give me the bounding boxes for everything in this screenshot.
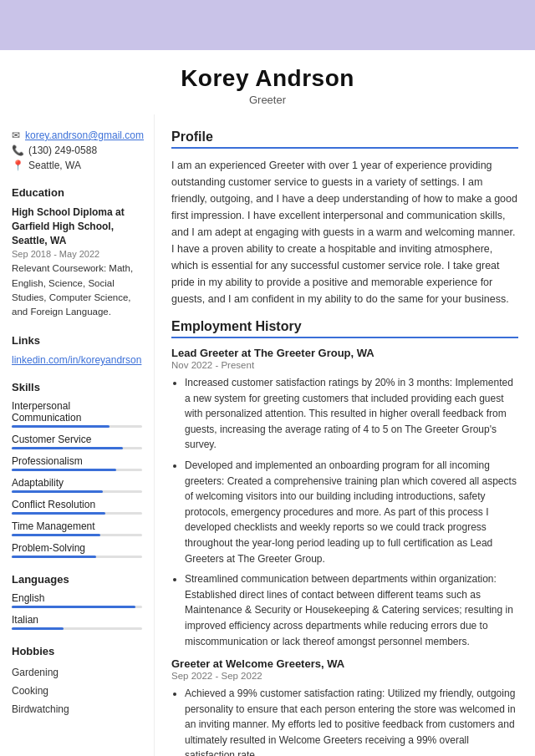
skills-list: Interpersonal Communication Customer Ser… [12, 400, 142, 558]
languages-section: Languages English Italian [12, 573, 142, 630]
hobby-item: Gardening [12, 664, 142, 682]
skill-item: Interpersonal Communication [12, 400, 142, 428]
education-section: Education High School Diploma at Garfiel… [12, 186, 142, 319]
education-heading: Education [12, 186, 142, 199]
education-date: Sep 2018 - May 2022 [12, 249, 142, 259]
skill-bar-bg [12, 425, 142, 428]
skill-bar-bg [12, 469, 142, 471]
hobbies-section: Hobbies GardeningCookingBirdwatching [12, 645, 142, 718]
job-title: Lead Greeter at The Greeter Group, WA [171, 347, 518, 359]
job-bullets: Achieved a 99% customer satisfaction rat… [171, 686, 518, 756]
email-link[interactable]: korey.andrson@gmail.com [25, 129, 144, 141]
job-bullet: Achieved a 99% customer satisfaction rat… [185, 686, 518, 756]
job-bullet: Streamlined communication between depart… [185, 571, 518, 649]
jobs-list: Lead Greeter at The Greeter Group, WA No… [171, 347, 518, 756]
skills-heading: Skills [12, 381, 142, 393]
job-bullet: Developed and implemented an onboarding … [185, 458, 518, 566]
skill-item: Professionalism [12, 455, 142, 471]
candidate-subtitle: Greeter [0, 94, 535, 106]
job-entry: Lead Greeter at The Greeter Group, WA No… [171, 347, 518, 649]
skill-bar-bg [12, 534, 142, 536]
contact-section: ✉ korey.andrson@gmail.com 📞 (130) 249-05… [12, 129, 142, 171]
language-bar-fill [12, 627, 64, 630]
skill-label: Professionalism [12, 455, 142, 467]
job-date: Nov 2022 - Present [171, 360, 518, 370]
skill-bar-fill [12, 534, 100, 536]
location-text: Seattle, WA [28, 160, 81, 171]
language-bar-bg [12, 627, 142, 630]
links-heading: Links [12, 334, 142, 347]
languages-heading: Languages [12, 573, 142, 586]
job-title: Greeter at Welcome Greeters, WA [171, 657, 518, 670]
hobby-item: Cooking [12, 682, 142, 701]
job-date: Sep 2022 - Sep 2022 [171, 671, 518, 681]
skill-bar-fill [12, 447, 123, 449]
header-name-area: Korey Andrson Greeter [0, 50, 535, 114]
header-background [0, 0, 535, 50]
contact-phone: 📞 (130) 249-0588 [12, 145, 142, 156]
candidate-name: Korey Andrson [0, 65, 535, 92]
links-section: Links linkedin.com/in/koreyandrson [12, 334, 142, 366]
skill-item: Adaptability [12, 477, 142, 493]
hobby-item: Birdwatching [12, 701, 142, 719]
skill-bar-bg [12, 556, 142, 558]
employment-heading: Employment History [171, 319, 518, 338]
education-degree: High School Diploma at Garfield High Sch… [12, 205, 142, 247]
profile-text: I am an experienced Greeter with over 1 … [171, 157, 518, 307]
skill-bar-bg [12, 512, 142, 515]
skill-label: Interpersonal Communication [12, 400, 142, 424]
job-entry: Greeter at Welcome Greeters, WA Sep 2022… [171, 657, 518, 756]
job-bullets: Increased customer satisfaction ratings … [171, 375, 518, 649]
job-bullet: Increased customer satisfaction ratings … [185, 375, 518, 453]
skill-bar-bg [12, 490, 142, 493]
content-area: Profile I am an experienced Greeter with… [155, 114, 535, 756]
skill-label: Conflict Resolution [12, 499, 142, 510]
languages-list: English Italian [12, 592, 142, 630]
language-item: English [12, 592, 142, 608]
language-bar-bg [12, 606, 142, 608]
language-label: Italian [12, 614, 142, 626]
main-layout: ✉ korey.andrson@gmail.com 📞 (130) 249-05… [0, 114, 535, 756]
sidebar: ✉ korey.andrson@gmail.com 📞 (130) 249-05… [0, 114, 155, 756]
skill-item: Customer Service [12, 434, 142, 449]
skill-bar-fill [12, 425, 110, 428]
skill-bar-fill [12, 556, 96, 558]
contact-email: ✉ korey.andrson@gmail.com [12, 129, 142, 141]
profile-heading: Profile [171, 129, 518, 149]
skill-bar-fill [12, 469, 116, 471]
skill-bar-bg [12, 447, 142, 449]
phone-number: (130) 249-0588 [28, 145, 97, 156]
linkedin-link[interactable]: linkedin.com/in/koreyandrson [12, 354, 141, 366]
language-bar-fill [12, 606, 135, 608]
language-item: Italian [12, 614, 142, 630]
skill-label: Time Management [12, 520, 142, 532]
location-icon: 📍 [12, 160, 23, 171]
skill-bar-fill [12, 490, 103, 493]
contact-location: 📍 Seattle, WA [12, 160, 142, 171]
skill-label: Problem-Solving [12, 542, 142, 554]
hobbies-heading: Hobbies [12, 645, 142, 657]
skill-item: Time Management [12, 520, 142, 536]
skill-bar-fill [12, 512, 105, 515]
education-coursework: Relevant Coursework: Math, English, Scie… [12, 261, 142, 319]
skill-label: Customer Service [12, 434, 142, 445]
skill-item: Conflict Resolution [12, 499, 142, 515]
skills-section: Skills Interpersonal Communication Custo… [12, 381, 142, 558]
skill-label: Adaptability [12, 477, 142, 489]
skill-item: Problem-Solving [12, 542, 142, 558]
email-icon: ✉ [12, 129, 20, 141]
language-label: English [12, 592, 142, 604]
phone-icon: 📞 [12, 145, 23, 156]
hobbies-list: GardeningCookingBirdwatching [12, 664, 142, 718]
